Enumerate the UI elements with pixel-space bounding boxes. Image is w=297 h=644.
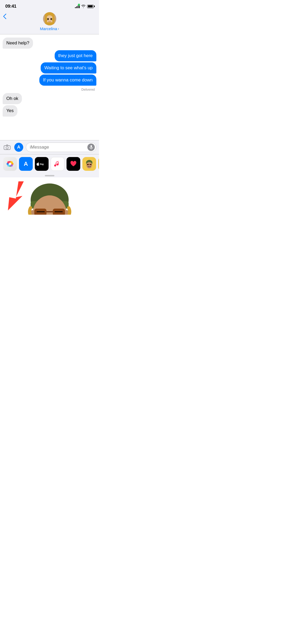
svg-point-6: [47, 18, 49, 20]
delivered-status: Delivered: [3, 88, 96, 91]
avatar[interactable]: [43, 12, 56, 25]
wifi-icon: [81, 5, 86, 8]
message-bubble-received: Yes: [3, 105, 17, 116]
header: Marcelina ›: [0, 10, 99, 34]
message-bubble-received: Need help?: [3, 38, 33, 49]
svg-point-4: [52, 16, 55, 23]
memoji-panel: [0, 177, 99, 215]
status-time: 09:41: [5, 4, 16, 9]
message-text: Oh ok: [6, 96, 18, 101]
svg-marker-35: [8, 181, 24, 210]
message-group-sent-1: they just got here Waiting to see what's…: [3, 50, 96, 86]
svg-point-24: [86, 162, 92, 168]
input-bar: A: [0, 140, 99, 154]
svg-rect-5: [45, 22, 54, 25]
message-input[interactable]: [26, 142, 96, 152]
appstore-icon: A: [17, 145, 20, 150]
chevron-right-icon: ›: [58, 27, 59, 31]
camera-button[interactable]: [3, 143, 12, 152]
message-text: Yes: [6, 108, 14, 113]
status-bar: 09:41: [0, 0, 99, 10]
message-bubble-sent: they just got here: [55, 50, 96, 61]
tray-applepay-button[interactable]: Pay: [35, 157, 49, 171]
svg-point-9: [6, 147, 8, 149]
appstore-button[interactable]: A: [14, 143, 23, 152]
tray-memoji1-button[interactable]: [82, 157, 96, 171]
tray-appstore-button[interactable]: A: [19, 157, 33, 171]
contact-name: Marcelina: [40, 26, 57, 31]
contact-name-row[interactable]: Marcelina ›: [40, 26, 59, 31]
message-bubble-sent: Waiting to see what's up: [41, 62, 96, 73]
back-button[interactable]: [3, 14, 6, 21]
message-bubble-sent: If you wanna come down: [39, 75, 96, 86]
message-text: Need help?: [6, 40, 29, 45]
tray-music-button[interactable]: [51, 157, 64, 171]
handle-bar: [45, 175, 54, 176]
svg-rect-10: [91, 145, 92, 148]
red-arrow: [5, 181, 29, 210]
memoji-face: [23, 177, 76, 215]
messages-area: Need help? they just got here Waiting to…: [0, 34, 99, 140]
green-dot: [78, 4, 80, 6]
tray-appstore-icon: A: [24, 160, 28, 167]
message-group-received-2: Oh ok Yes: [3, 93, 96, 116]
tray-memoji2-button[interactable]: [98, 157, 99, 171]
message-text: Waiting to see what's up: [44, 65, 93, 70]
message-group-received-1: Need help?: [3, 38, 96, 49]
app-tray: A Pay: [0, 154, 99, 173]
tray-heart-button[interactable]: [67, 157, 80, 171]
svg-point-20: [9, 163, 11, 165]
message-bubble-received: Oh ok: [3, 93, 22, 104]
svg-point-7: [50, 18, 52, 20]
voice-button[interactable]: [87, 144, 95, 151]
svg-text:Pay: Pay: [40, 163, 44, 165]
message-text: If you wanna come down: [43, 77, 93, 82]
battery-icon: [87, 5, 94, 8]
input-wrapper: [26, 142, 96, 152]
message-text: they just got here: [58, 53, 93, 58]
drag-handle: [0, 173, 99, 177]
tray-photos-button[interactable]: [3, 157, 17, 171]
svg-point-3: [45, 16, 47, 23]
